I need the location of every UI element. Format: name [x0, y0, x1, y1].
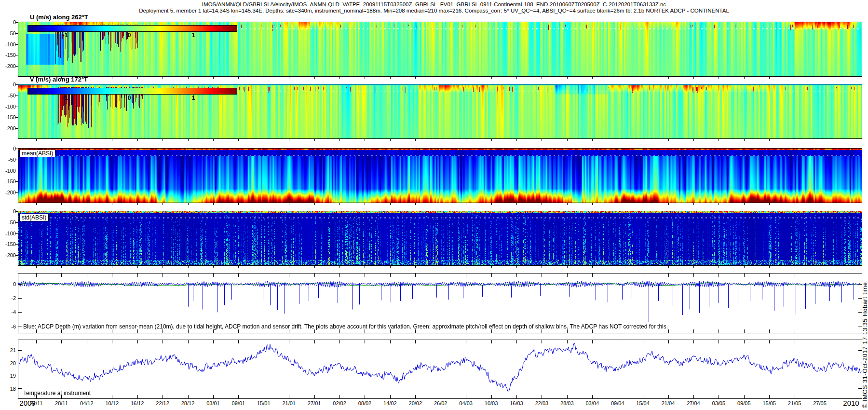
x-tick-mark — [491, 203, 492, 205]
panel-label-mean-absi: mean(ABSI) — [19, 150, 55, 157]
x-tick-mark — [238, 203, 239, 205]
temperature-line-chart — [18, 340, 862, 398]
x-tick-mark — [415, 203, 416, 205]
y-tick-label: 19 — [0, 373, 16, 379]
x-tick-mark — [820, 203, 820, 205]
y-tick-label: 0 — [0, 19, 16, 25]
y-tick-mark — [15, 107, 18, 107]
x-tick-mark — [693, 77, 694, 79]
x-tick-mark — [61, 203, 62, 205]
panel-label-u-velocity: U (m/s) along 262°T — [30, 14, 88, 21]
figure-title-filename: IMOS/ANMN/QLD/GBRLSL/Velocity/IMOS_ANMN-… — [0, 1, 868, 7]
y-tick-label: -100 — [0, 168, 16, 174]
y-tick-label: 0 — [0, 281, 16, 287]
x-tick-mark — [516, 266, 517, 268]
y-tick-label: -50 — [0, 157, 16, 163]
x-tick-mark — [719, 77, 719, 79]
x-tick-label: 22/12 — [152, 400, 173, 406]
y-tick-mark — [15, 96, 18, 96]
u-colorbar-tick: 0 — [122, 32, 136, 39]
x-tick-mark — [820, 139, 820, 141]
y-tick-label: 21 — [0, 347, 16, 353]
x-tick-mark — [820, 266, 820, 268]
x-tick-mark — [466, 203, 466, 205]
panel-label-std-absi: std(ABSI) — [19, 214, 49, 221]
u-colorbar-tick: 1 — [186, 32, 201, 39]
x-tick-mark — [87, 203, 87, 205]
x-tick-label: 15/04 — [632, 400, 653, 406]
x-tick-mark — [390, 77, 391, 79]
x-tick-mark — [567, 139, 568, 141]
x-tick-mark — [188, 266, 189, 268]
x-tick-mark — [769, 266, 770, 268]
x-tick-label: 10/03 — [481, 400, 502, 406]
temperature-panel — [18, 340, 862, 399]
x-tick-mark — [744, 139, 745, 141]
x-tick-mark — [264, 266, 264, 268]
x-tick-label: 26/02 — [430, 400, 451, 406]
x-tick-mark — [137, 203, 138, 205]
x-tick-mark — [289, 139, 289, 141]
x-tick-mark — [744, 77, 745, 79]
x-tick-mark — [289, 203, 289, 205]
y-tick-label: -200 — [0, 125, 16, 131]
y-tick-label: -50 — [0, 30, 16, 36]
panel-label-v-velocity: V (m/s) along 172°T — [30, 76, 88, 83]
v-colorbar-tick: -1 — [58, 95, 72, 101]
x-tick-mark — [112, 203, 112, 205]
x-tick-mark — [795, 77, 795, 79]
x-tick-mark — [238, 77, 239, 79]
x-tick-mark — [390, 139, 391, 141]
y-tick-label: 20 — [0, 360, 16, 366]
x-tick-mark — [618, 139, 618, 141]
y-tick-label: -4 — [0, 309, 16, 315]
x-tick-mark — [491, 266, 492, 268]
x-tick-mark — [441, 139, 441, 141]
x-tick-label: 21/05 — [784, 400, 805, 406]
copyright-stamp: © IMOS 31-Oct-2017 17:13:35 Hobart time — [862, 282, 868, 408]
x-tick-mark — [719, 139, 719, 141]
y-tick-mark — [15, 66, 18, 67]
x-tick-mark — [668, 203, 669, 205]
y-tick-mark — [15, 211, 18, 212]
x-tick-mark — [314, 203, 315, 205]
x-tick-mark — [516, 77, 517, 79]
x-tick-mark — [668, 139, 669, 141]
x-tick-mark — [516, 139, 517, 141]
x-tick-mark — [87, 139, 87, 141]
x-tick-mark — [441, 77, 441, 79]
x-tick-mark — [137, 266, 138, 268]
y-tick-mark — [15, 255, 18, 256]
y-tick-mark — [15, 149, 18, 149]
y-tick-label: 0 — [0, 82, 16, 87]
x-tick-mark — [112, 77, 112, 79]
x-tick-mark — [365, 203, 365, 205]
y-tick-label: -6 — [0, 324, 16, 329]
x-tick-label: 15/01 — [253, 400, 274, 406]
x-tick-mark — [339, 77, 340, 79]
y-tick-label: -2 — [0, 295, 16, 301]
x-tick-mark — [719, 203, 719, 205]
u-colorbar-tick: -1 — [58, 32, 72, 39]
x-tick-mark — [618, 203, 618, 205]
x-tick-mark — [163, 139, 163, 141]
x-tick-label: 20/02 — [405, 400, 426, 406]
x-tick-label: 27/05 — [809, 400, 830, 406]
x-tick-mark — [795, 266, 795, 268]
adcp-figure: IMOS/ANMN/QLD/GBRLSL/Velocity/IMOS_ANMN-… — [0, 0, 868, 410]
y-tick-mark — [15, 128, 18, 129]
x-tick-label: 09/05 — [733, 400, 755, 406]
y-tick-label: -150 — [0, 114, 16, 120]
x-tick-label: 10/12 — [101, 400, 122, 406]
x-tick-mark — [466, 266, 466, 268]
x-tick-mark — [542, 266, 542, 268]
std-absi-heatmap — [18, 211, 862, 265]
x-tick-mark — [87, 77, 87, 79]
x-tick-label: 22/03 — [531, 400, 552, 406]
x-tick-label: 28/12 — [177, 400, 199, 406]
figure-subtitle-deployment: Deployment 5, member 1 lat=14.34S lon=14… — [0, 8, 868, 14]
v-colorbar — [27, 88, 237, 95]
y-tick-label: -100 — [0, 104, 16, 109]
x-tick-mark — [61, 77, 62, 79]
y-tick-label: -50 — [0, 219, 16, 225]
